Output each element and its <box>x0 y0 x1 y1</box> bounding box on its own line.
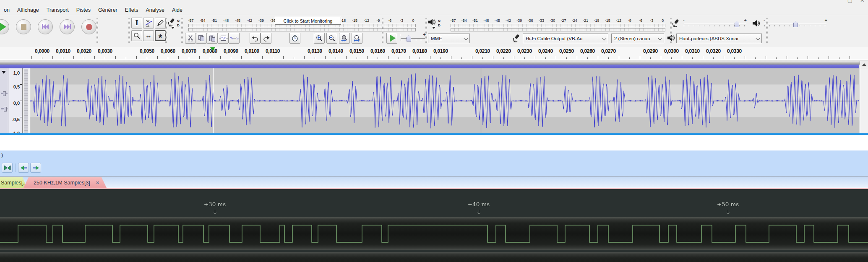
toolbar-grip[interactable] <box>382 18 383 43</box>
timeline-major-tick <box>94 56 95 59</box>
scroll-up-button[interactable] <box>860 61 868 68</box>
stop-button[interactable] <box>16 19 31 34</box>
time-ruler-label: +40 ms <box>468 201 490 208</box>
zoom-toggle-button[interactable] <box>289 33 300 44</box>
maximize-icon[interactable]: ▢ <box>847 0 852 4</box>
timeline-ruler[interactable]: 0,00000,00100,00200,00300,00500,00600,00… <box>0 47 868 60</box>
waveform-canvas[interactable] <box>30 68 859 133</box>
vertical-scrollbar[interactable] <box>860 61 868 133</box>
timeshift-tool[interactable]: ↔ <box>143 30 154 41</box>
menu-item-effets[interactable]: Effets <box>121 6 142 14</box>
draw-tool[interactable] <box>155 18 166 29</box>
desktop-gap <box>0 135 868 150</box>
skip-to-end-button[interactable] <box>60 19 75 34</box>
recording-channels-select[interactable]: 2 (Stereo) canau <box>611 34 664 43</box>
jump-forward-button[interactable] <box>30 163 41 173</box>
timeline-major-tick <box>535 56 535 59</box>
timeline-label: 0,0150 <box>349 48 364 54</box>
skip-to-start-button[interactable] <box>38 19 53 34</box>
menu-item-gnrer[interactable]: Générer <box>94 6 121 14</box>
channel-label-right: D <box>438 23 441 27</box>
toolbar-grip[interactable] <box>128 18 130 43</box>
redo-button[interactable] <box>261 33 271 44</box>
playhead-marker-icon[interactable] <box>210 47 215 51</box>
recording-volume-slider[interactable]: -+ <box>684 20 746 29</box>
copy-button[interactable] <box>196 33 207 44</box>
menu-item-transport[interactable]: Transport <box>43 6 73 14</box>
playback-meter[interactable]: GD-57-54-51-48-45-42-39-36-33-30-27-24-2… <box>428 18 669 33</box>
play-at-speed-toolbar: -+ <box>384 33 426 45</box>
menu-item-on[interactable]: on <box>0 6 13 14</box>
zoom-fit-button[interactable] <box>2 163 13 173</box>
zoom-in-button[interactable] <box>314 33 325 44</box>
meter-scale-value: -21 <box>583 18 588 23</box>
record-button[interactable] <box>81 19 96 34</box>
multi-tool[interactable]: * <box>155 30 166 41</box>
vertical-scale-ruler[interactable]: 1,00,50,0-0,51,0 <box>8 68 23 133</box>
timeline-label: 0,0220 <box>496 48 511 54</box>
play-at-speed-button[interactable] <box>386 33 397 44</box>
envelope-tool[interactable] <box>143 18 154 29</box>
timeline-minor-tick <box>629 57 630 59</box>
recording-device-select[interactable]: Hi-Fi Cable Output (VB-Au <box>523 34 608 43</box>
track-grip[interactable] <box>23 68 30 133</box>
timeline-major-tick <box>136 56 137 59</box>
channel-label-left: G <box>438 19 441 23</box>
gain-slider[interactable] <box>1 93 8 94</box>
timeline-minor-tick <box>482 57 483 59</box>
menu-item-affichage[interactable]: Affichage <box>13 6 43 14</box>
meter-scale-value: 0 <box>662 18 664 23</box>
toolbar-grip[interactable] <box>165 18 167 43</box>
toolbar-separator <box>15 163 16 172</box>
silence-button[interactable] <box>229 33 240 44</box>
menu-item-analyse[interactable]: Analyse <box>142 6 168 14</box>
tools-toolbar: I↔* <box>131 18 168 43</box>
timeline-label: 0,0250 <box>559 48 574 54</box>
menu-item-aide[interactable]: Aide <box>168 6 186 14</box>
timeline-minor-tick <box>210 57 210 59</box>
track-menu-icon[interactable] <box>2 71 6 74</box>
timeline-label: 0,0310 <box>685 48 700 54</box>
playback-volume-slider[interactable]: -+ <box>764 20 826 29</box>
cut-button[interactable] <box>185 33 196 44</box>
timeline-minor-tick <box>63 57 63 59</box>
paste-button[interactable] <box>207 33 218 44</box>
tab-bar: Samples[... 250 KHz,1M Samples[3]× <box>0 176 868 188</box>
tab-250khz-samples[interactable]: 250 KHz,1M Samples[3]× <box>23 177 107 188</box>
close-icon[interactable]: ✕ <box>860 0 865 4</box>
toolbar-grip[interactable] <box>670 18 672 43</box>
timeline-minor-tick <box>168 57 168 59</box>
jump-back-button[interactable] <box>18 163 29 173</box>
tab-close-icon[interactable]: × <box>96 179 99 186</box>
timeline-major-tick <box>409 56 409 59</box>
selection-tool[interactable]: I <box>131 18 142 29</box>
vertical-scale-tick <box>20 84 22 85</box>
zoom-tool[interactable] <box>131 30 142 41</box>
timeline-minor-tick <box>587 57 588 59</box>
slider-thumb[interactable] <box>735 21 739 27</box>
zoom-out-button[interactable] <box>326 33 337 44</box>
fit-project-button[interactable] <box>352 33 362 44</box>
slider-thumb[interactable] <box>793 21 798 27</box>
toolbar-grip[interactable] <box>96 18 98 43</box>
playback-device-select[interactable]: Haut-parleurs (ASUS Xonar <box>676 34 762 43</box>
slider-thumb[interactable] <box>407 35 411 42</box>
pan-slider[interactable] <box>1 108 8 109</box>
window-controls[interactable]: ▢✕ <box>839 0 868 4</box>
undo-button[interactable] <box>250 33 261 44</box>
meter-scale-value: -45 <box>495 18 500 23</box>
mic-icon <box>671 19 680 29</box>
toolbar-grip[interactable] <box>181 18 183 43</box>
play-button[interactable] <box>0 19 9 34</box>
fit-selection-button[interactable] <box>339 33 350 44</box>
timeline-major-tick <box>115 56 116 59</box>
track-control-panel[interactable] <box>0 68 8 133</box>
trim-button[interactable] <box>218 33 229 44</box>
toolbar-grip[interactable] <box>766 18 768 43</box>
tab-samples[interactable]: Samples[... <box>0 177 27 188</box>
audio-host-select[interactable]: MME <box>428 34 470 43</box>
play-speed-slider[interactable]: -+ <box>401 34 425 43</box>
logic-trace-canvas[interactable] <box>0 189 868 262</box>
menu-item-pistes[interactable]: Pistes <box>73 6 94 14</box>
toolbar-grip[interactable] <box>425 18 427 43</box>
